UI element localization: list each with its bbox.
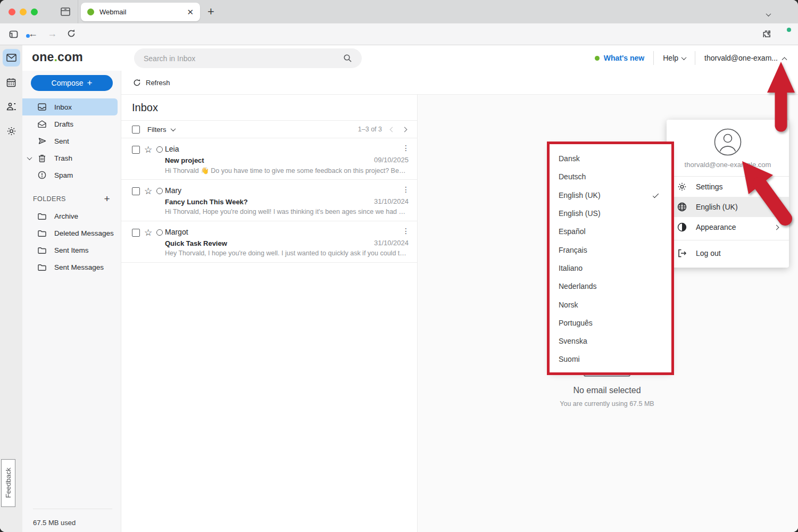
language-option-english-uk[interactable]: English (UK): [550, 186, 671, 204]
search-input[interactable]: [144, 54, 343, 63]
kebab-menu-icon[interactable]: ⋮: [402, 144, 410, 152]
language-option-portugues[interactable]: Português: [550, 314, 671, 332]
email-checkbox[interactable]: [132, 146, 140, 154]
chevron-down-icon: [681, 55, 687, 60]
tab-list-chevron-icon[interactable]: [767, 9, 770, 19]
filters-label[interactable]: Filters: [147, 126, 166, 134]
email-date: 09/10/2025: [374, 156, 409, 164]
tab-close-icon[interactable]: ✕: [187, 7, 194, 17]
maximize-window-button[interactable]: [31, 9, 38, 15]
refresh-icon[interactable]: [133, 79, 141, 87]
filters-row: Filters 1–3 of 3: [121, 121, 417, 138]
language-option-english-us[interactable]: English (US): [550, 204, 671, 222]
email-checkbox[interactable]: [132, 229, 140, 237]
language-option-nederlands[interactable]: Nederlands: [550, 277, 671, 295]
search-icon: [343, 54, 352, 63]
rail-settings-button[interactable]: [3, 122, 20, 140]
tab-favicon: [87, 9, 94, 15]
email-preview: Hey Thorvald, I hope you're doing well. …: [165, 250, 407, 257]
account-menu-trigger[interactable]: thorvald@one-exam...: [704, 54, 786, 62]
search-bar[interactable]: [134, 48, 362, 68]
gear-icon: [677, 182, 687, 192]
language-option-italiano[interactable]: Italiano: [550, 259, 671, 277]
rail-contacts-button[interactable]: [3, 98, 20, 115]
close-window-button[interactable]: [9, 9, 15, 15]
unread-indicator[interactable]: [156, 229, 163, 236]
language-option-norsk[interactable]: Norsk: [550, 295, 671, 313]
language-option-deutsch[interactable]: Deutsch: [550, 168, 671, 186]
menu-item-appearance[interactable]: Appearance: [667, 217, 789, 237]
email-row[interactable]: ☆ Mary ⋮ Fancy Lunch This Week? 31/10/20…: [121, 180, 417, 221]
language-option-suomi[interactable]: Suomi: [550, 350, 671, 368]
help-menu[interactable]: Help: [663, 54, 686, 62]
language-option-francais[interactable]: Français: [550, 240, 671, 259]
select-all-checkbox[interactable]: [132, 126, 140, 134]
menu-item-settings[interactable]: Settings: [667, 177, 789, 197]
email-row[interactable]: ☆ Margot ⋮ Quick Task Review 31/10/2024 …: [121, 221, 417, 263]
menu-item-language[interactable]: English (UK): [667, 197, 789, 217]
folder-item-inbox[interactable]: Inbox: [22, 98, 118, 115]
menu-item-logout[interactable]: Log out: [667, 243, 789, 263]
star-icon[interactable]: ☆: [144, 227, 152, 238]
compose-button[interactable]: Compose +: [31, 75, 113, 91]
whats-new-link[interactable]: What's new: [595, 54, 644, 62]
expand-chevron-icon[interactable]: [27, 155, 32, 160]
filters-chevron-icon[interactable]: [171, 126, 176, 131]
browser-tab-webmail[interactable]: Webmail ✕: [81, 3, 200, 21]
unread-indicator[interactable]: [156, 188, 163, 194]
calendar-icon: [6, 78, 16, 87]
folder-icon: [37, 264, 47, 271]
folders-section-header: FOLDERS +: [22, 190, 121, 207]
forward-button[interactable]: →: [47, 28, 57, 39]
app-header: one.com What's new Help thorvald@one-exa…: [22, 45, 798, 71]
folder-item-sent-messages[interactable]: Sent Messages: [22, 259, 121, 276]
folder-item-drafts[interactable]: Drafts: [22, 115, 121, 132]
folder-item-archive[interactable]: Archive: [22, 207, 121, 225]
folder-item-spam[interactable]: Spam: [22, 167, 121, 184]
folder-item-deleted-messages[interactable]: Deleted Messages: [22, 225, 121, 242]
email-checkbox[interactable]: [132, 187, 140, 195]
email-date: 31/10/2024: [374, 197, 409, 205]
drafts-icon: [37, 120, 47, 128]
empty-state-title: No email selected: [573, 386, 641, 395]
reload-button[interactable]: [66, 29, 76, 40]
language-option-dansk[interactable]: Dansk: [550, 149, 671, 168]
language-option-svenska[interactable]: Svenska: [550, 332, 671, 350]
rail-mail-button[interactable]: [3, 49, 20, 66]
account-menu-header: thorvald@one-example.com: [667, 120, 789, 177]
folder-icon: [37, 247, 47, 254]
unread-indicator[interactable]: [156, 146, 163, 153]
tab-strip: Webmail ✕ +: [0, 0, 798, 23]
divider: [667, 240, 789, 240]
language-option-espanol[interactable]: Español: [550, 222, 671, 240]
menu-notification-dot: [787, 28, 791, 32]
divider: [78, 0, 78, 23]
pagination-label: 1–3 of 3: [358, 126, 382, 133]
toolbox-icon[interactable]: [60, 6, 71, 20]
kebab-menu-icon[interactable]: ⋮: [402, 185, 410, 194]
feedback-tab[interactable]: Feedback: [1, 459, 15, 507]
email-subject: Quick Task Review: [165, 239, 227, 247]
email-row[interactable]: ☆ Leia ⋮ New project 09/10/2025 Hi Thorv…: [121, 138, 417, 180]
page-prev-icon[interactable]: [390, 127, 395, 132]
folder-item-sent[interactable]: Sent: [22, 132, 121, 149]
add-folder-button[interactable]: +: [104, 193, 111, 205]
one-com-logo[interactable]: one.com: [32, 50, 83, 64]
star-icon[interactable]: ☆: [144, 186, 152, 197]
rail-calendar-button[interactable]: [3, 73, 20, 91]
list-title: Inbox: [121, 95, 417, 121]
extensions-puzzle-icon[interactable]: [762, 29, 772, 41]
page-next-icon[interactable]: [402, 127, 408, 132]
folder-item-sent-items[interactable]: Sent Items: [22, 242, 121, 259]
refresh-label[interactable]: Refresh: [146, 79, 170, 87]
new-tab-button[interactable]: +: [207, 5, 214, 19]
email-preview: Hi Thorvald, Hope you're doing well! I w…: [165, 208, 407, 215]
kebab-menu-icon[interactable]: ⋮: [402, 227, 410, 235]
back-button[interactable]: ←: [28, 28, 38, 39]
email-date: 31/10/2024: [374, 239, 409, 247]
firefox-view-icon[interactable]: [9, 29, 19, 41]
email-sender: Margot: [165, 228, 188, 236]
minimize-window-button[interactable]: [20, 9, 27, 15]
folder-item-trash[interactable]: Trash: [22, 149, 121, 167]
star-icon[interactable]: ☆: [144, 144, 152, 155]
